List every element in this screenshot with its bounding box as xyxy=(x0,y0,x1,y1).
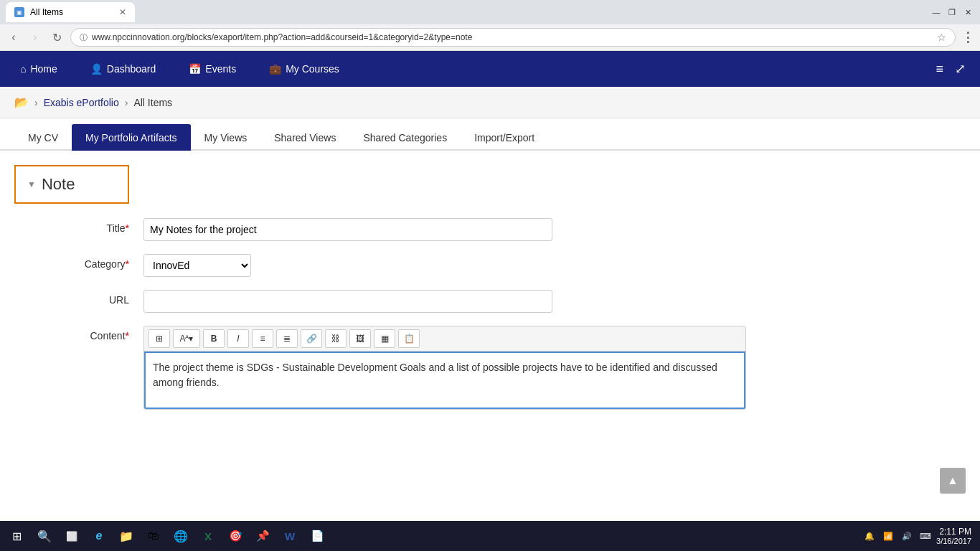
events-icon: 📅 xyxy=(189,63,201,75)
browser-menu-button[interactable]: ⋮ xyxy=(961,29,974,45)
content-text: The project theme is SDGs - Sustainable … xyxy=(153,362,717,388)
note-collapse-arrow: ▼ xyxy=(27,179,36,189)
bookmark-icon[interactable]: ☆ xyxy=(937,32,946,43)
content-editable-area[interactable]: The project theme is SDGs - Sustainable … xyxy=(144,352,745,409)
header-right: ≡ ⤢ xyxy=(936,61,966,77)
breadcrumb-current: All Items xyxy=(133,97,172,108)
tab-my-cv[interactable]: My CV xyxy=(14,124,72,151)
browser-tab[interactable]: ▣ All Items ✕ xyxy=(6,2,135,22)
nav-dashboard[interactable]: 👤 Dashboard xyxy=(85,51,162,87)
forward-button[interactable]: › xyxy=(27,29,43,45)
toolbar-table-btn[interactable]: ⊞ xyxy=(149,329,170,348)
form-row-content: Content* ⊞ Aᴬ▾ B I ≡ ≣ 🔗 ⛓ 🖼 ▦ 📋 The pro… xyxy=(14,326,904,410)
minimize-button[interactable]: — xyxy=(930,6,943,19)
nav-events[interactable]: 📅 Events xyxy=(183,51,242,87)
nav-home[interactable]: ⌂ Home xyxy=(14,51,63,87)
content-required-star: * xyxy=(126,330,129,342)
tab-close-button[interactable]: ✕ xyxy=(119,7,126,17)
site-header: ⌂ Home 👤 Dashboard 📅 Events 💼 My Courses… xyxy=(0,51,980,87)
toolbar-media-btn[interactable]: ▦ xyxy=(374,329,395,348)
address-bar[interactable]: ⓘ ☆ xyxy=(70,28,956,47)
category-label: Category* xyxy=(29,254,143,270)
nav-my-courses-label: My Courses xyxy=(286,63,339,75)
breadcrumb-sep-1: › xyxy=(34,97,38,108)
content-editor-wrap: ⊞ Aᴬ▾ B I ≡ ≣ 🔗 ⛓ 🖼 ▦ 📋 The project them… xyxy=(143,326,746,410)
toolbar-ul-btn[interactable]: ≡ xyxy=(252,329,273,348)
tab-shared-categories[interactable]: Shared Categories xyxy=(349,124,461,151)
form-row-category: Category* InnovEd Other xyxy=(14,254,904,277)
nav-dashboard-label: Dashboard xyxy=(107,63,156,75)
browser-controls: ‹ › ↻ ⓘ ☆ ⋮ xyxy=(0,24,980,50)
dashboard-icon: 👤 xyxy=(90,63,103,75)
toolbar-italic-btn[interactable]: I xyxy=(227,329,249,348)
form-row-title: Title* xyxy=(14,218,904,241)
url-label: URL xyxy=(29,290,143,306)
title-label: Title* xyxy=(29,218,143,234)
tabs-bar: My CV My Portfolio Artifacts My Views Sh… xyxy=(0,124,980,151)
category-select[interactable]: InnovEd Other xyxy=(143,254,251,277)
nav-my-courses[interactable]: 💼 My Courses xyxy=(263,51,345,87)
toolbar-unlink-btn[interactable]: ⛓ xyxy=(325,329,347,348)
toolbar-font-size-btn[interactable]: Aᴬ▾ xyxy=(173,329,200,348)
editor-toolbar: ⊞ Aᴬ▾ B I ≡ ≣ 🔗 ⛓ 🖼 ▦ 📋 xyxy=(144,326,745,352)
tab-favicon: ▣ xyxy=(14,7,24,17)
secure-icon: ⓘ xyxy=(80,32,88,43)
note-section-header[interactable]: ▼ Note xyxy=(14,165,129,204)
nav-events-label: Events xyxy=(205,63,236,75)
url-input-field[interactable] xyxy=(143,290,552,313)
main-content: ▼ Note Title* Category* InnovEd Other UR… xyxy=(0,151,918,437)
toolbar-paste-btn[interactable]: 📋 xyxy=(398,329,420,348)
list-view-icon[interactable]: ≡ xyxy=(936,62,943,77)
tab-shared-views[interactable]: Shared Views xyxy=(260,124,349,151)
form-row-url: URL xyxy=(14,290,904,313)
note-section-title: Note xyxy=(42,175,75,194)
toolbar-bold-btn[interactable]: B xyxy=(203,329,225,348)
browser-titlebar: ▣ All Items ✕ — ❐ ✕ xyxy=(0,0,980,24)
breadcrumb: 📂 › Exabis ePortfolio › All Items xyxy=(0,87,980,118)
courses-icon: 💼 xyxy=(269,63,281,75)
tab-import-export[interactable]: Import/Export xyxy=(461,124,548,151)
back-button[interactable]: ‹ xyxy=(6,29,22,45)
browser-chrome: ▣ All Items ✕ — ❐ ✕ ‹ › ↻ ⓘ ☆ ⋮ xyxy=(0,0,980,51)
close-button[interactable]: ✕ xyxy=(961,6,974,19)
toolbar-ol-btn[interactable]: ≣ xyxy=(276,329,298,348)
category-select-wrap: InnovEd Other xyxy=(143,254,251,277)
tab-my-views[interactable]: My Views xyxy=(191,124,261,151)
reload-button[interactable]: ↻ xyxy=(49,29,65,45)
maximize-button[interactable]: ❐ xyxy=(946,6,958,19)
folder-icon: 📂 xyxy=(14,95,29,109)
expand-icon[interactable]: ⤢ xyxy=(955,61,966,77)
breadcrumb-eportfolio[interactable]: Exabis ePortfolio xyxy=(44,97,119,108)
url-input[interactable] xyxy=(92,32,933,42)
toolbar-link-btn[interactable]: 🔗 xyxy=(301,329,322,348)
nav-home-label: Home xyxy=(30,63,57,75)
title-required-star: * xyxy=(126,222,129,234)
toolbar-image-btn[interactable]: 🖼 xyxy=(349,329,371,348)
category-required-star: * xyxy=(126,258,129,270)
breadcrumb-sep-2: › xyxy=(125,97,128,108)
tab-my-portfolio-artifacts[interactable]: My Portfolio Artifacts xyxy=(72,124,191,151)
title-input[interactable] xyxy=(143,218,552,241)
tab-label: All Items xyxy=(30,7,63,17)
home-icon: ⌂ xyxy=(20,63,26,75)
content-label: Content* xyxy=(29,326,143,342)
